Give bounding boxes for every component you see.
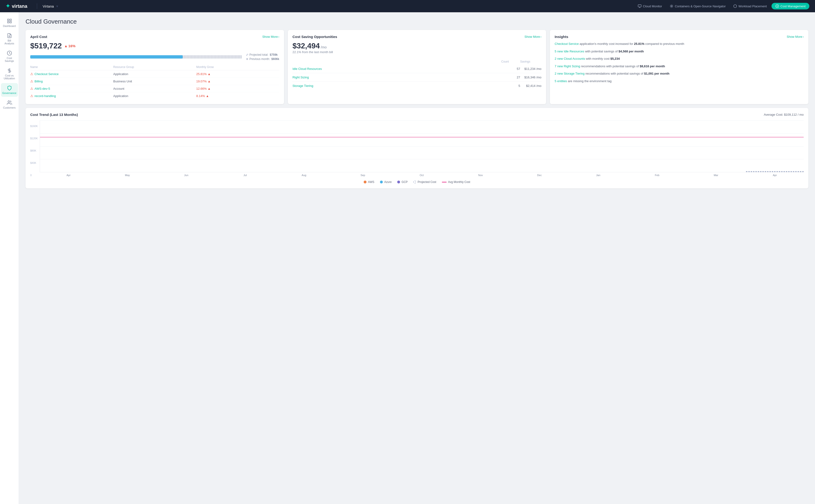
- sidebar-item-cost-savings[interactable]: Cost Savings: [1, 48, 18, 65]
- saving-table-row: Right Sizing 27 $16,346 /mo: [293, 73, 541, 82]
- saving-row-savings: $11,234 /mo: [520, 67, 541, 71]
- cost-row-growth: 25.81% ▲: [196, 72, 279, 76]
- insight-link[interactable]: 2 new Cloud Accounts: [554, 57, 585, 60]
- monitor-icon: [638, 4, 642, 8]
- cards-row: April Cost Show More › $519,722 ▲ 16%: [25, 30, 808, 104]
- insight-link[interactable]: 2 new Storage Tiering: [554, 72, 584, 75]
- sidebar-item-governance[interactable]: Governance: [1, 83, 18, 97]
- growth-arrow: ▲: [208, 87, 211, 90]
- cost-rows: ⚠ Checkout Service Application 25.81% ▲ …: [30, 70, 279, 99]
- chart-inner: AprMayJunJulAugSepOctNovDecJanFebMarApr: [40, 120, 804, 177]
- insight-item: 5 new Idle Resources with potential savi…: [554, 49, 804, 54]
- legend-avg: Avg Monthly Cost: [442, 180, 470, 184]
- dashboard-icon: [7, 18, 12, 24]
- azure-dot: [380, 181, 383, 183]
- insight-text2: compared to previous month: [645, 42, 684, 46]
- growth-arrow: ▲: [208, 72, 211, 76]
- insight-strong: $4,568 per month: [619, 50, 644, 53]
- x-label: Feb: [628, 174, 686, 177]
- savings-icon: [7, 51, 12, 56]
- saving-amount-row: $32,494/mo: [293, 42, 541, 50]
- nav-containers[interactable]: Containers & Open-Source Navigator: [667, 3, 729, 9]
- projected-bar-wrapper: [746, 171, 804, 172]
- insight-link[interactable]: 5 new Idle Resources: [554, 50, 584, 53]
- svg-rect-10: [7, 21, 9, 23]
- chart-bars: [40, 120, 804, 172]
- saving-table-row: Idle Cloud Resources 57 $11,234 /mo: [293, 65, 541, 73]
- bars-container: [40, 120, 804, 172]
- insight-text: are missing the environment tag: [567, 79, 612, 83]
- insight-item: 2 new Storage Tiering recommendations wi…: [554, 71, 804, 76]
- nav-cloud-monitor[interactable]: Cloud Monitor: [635, 3, 665, 9]
- saving-row-name[interactable]: Storage Tiering: [293, 84, 501, 88]
- x-label: May: [98, 174, 156, 177]
- brand-chevron[interactable]: ▾: [56, 4, 58, 8]
- april-cost-show-more[interactable]: Show More ›: [262, 35, 279, 38]
- insight-strong: $8,616 per month: [640, 64, 665, 68]
- cost-saving-show-more[interactable]: Show More ›: [524, 35, 541, 38]
- saving-table-row: Storage Tiering 5 $2,414 /mo: [293, 82, 541, 90]
- x-label: Nov: [452, 174, 509, 177]
- insight-strong: 25.81%: [634, 42, 645, 46]
- sidebar-item-dashboard[interactable]: Dashboard: [1, 16, 18, 30]
- progress-bar-fill: [30, 55, 183, 59]
- svg-point-15: [8, 101, 9, 102]
- nav-brand[interactable]: Virtana: [43, 4, 54, 8]
- saving-row-name[interactable]: Right Sizing: [293, 76, 501, 79]
- insight-link[interactable]: 7 new Right Sizing: [554, 64, 580, 68]
- x-label: Jun: [157, 174, 215, 177]
- cost-row-group: Application: [113, 94, 196, 98]
- top-nav: ✦ virtana Virtana ▾ Cloud Monitor Contai…: [0, 0, 815, 12]
- utilization-icon: [7, 68, 12, 73]
- nav-cost-management[interactable]: Cost Management: [772, 3, 809, 9]
- insights-show-more[interactable]: Show More ›: [787, 35, 804, 38]
- chart-container: $160K $120K $80K $40K 0: [30, 120, 804, 184]
- saving-row-count: 57: [501, 67, 520, 71]
- cost-row-group: Account: [113, 87, 196, 90]
- april-cost-amount: $519,722 ▲ 16%: [30, 42, 279, 50]
- cost-change: ▲ 16%: [64, 44, 75, 48]
- legend-aws: AWS: [364, 180, 374, 184]
- insight-item: 2 new Cloud Accounts with monthly cost $…: [554, 56, 804, 61]
- page-title: Cloud Governance: [25, 18, 808, 25]
- nav-divider: [37, 3, 37, 9]
- cost-row-growth: 8.14% ▲: [196, 94, 279, 98]
- cost-row-name[interactable]: ⚠ AWS-dev-5: [30, 87, 113, 90]
- show-more-chevron: ›: [278, 35, 279, 38]
- insights-title: Insights: [554, 35, 568, 39]
- saving-row-name[interactable]: Idle Cloud Resources: [293, 67, 501, 71]
- x-label: Sep: [334, 174, 392, 177]
- aws-dot: [364, 181, 367, 183]
- nav-workload-placement[interactable]: Workload Placement: [730, 3, 770, 9]
- cost-table-row: ⚠ record-handling Application 8.14% ▲: [30, 92, 279, 99]
- sidebar: Dashboard Bill Analysis Cost Savings Cos…: [0, 12, 19, 504]
- legend-projected: Projected Cost: [413, 180, 436, 184]
- saving-row-savings: $2,414 /mo: [520, 84, 541, 88]
- svg-rect-7: [7, 19, 9, 21]
- insight-link[interactable]: Checkout Service: [554, 42, 579, 46]
- chart-legend: AWS Azure GCP Projected Cost: [30, 180, 804, 184]
- projected-label: Projected total: $759k: [246, 53, 279, 56]
- sidebar-item-bill-analysis[interactable]: Bill Analysis: [1, 31, 18, 47]
- cost-row-name[interactable]: ⚠ record-handling: [30, 94, 113, 98]
- trend-header: Cost Trend (Last 13 Months) Average Cost…: [30, 113, 804, 117]
- cost-row-name[interactable]: ⚠ Billing: [30, 79, 113, 83]
- cost-table-row: ⚠ Checkout Service Application 25.81% ▲: [30, 70, 279, 78]
- trend-avg: Average Cost: $109,112 / mo: [764, 113, 804, 116]
- saving-chevron: ›: [540, 35, 541, 38]
- cost-icon: [775, 4, 779, 8]
- bill-icon: [7, 33, 12, 38]
- cost-row-name[interactable]: ⚠ Checkout Service: [30, 72, 113, 76]
- cost-trend-card: Cost Trend (Last 13 Months) Average Cost…: [25, 108, 808, 188]
- layout: Dashboard Bill Analysis Cost Savings Cos…: [0, 12, 815, 504]
- growth-arrow: ▲: [206, 94, 209, 98]
- sidebar-item-customers[interactable]: Customers: [1, 98, 18, 111]
- sidebar-item-cost-utilization[interactable]: Cost vs Utilization: [1, 66, 18, 82]
- saving-row-count: 5: [501, 84, 520, 88]
- insight-link[interactable]: 5 entities: [554, 79, 567, 83]
- svg-point-3: [671, 6, 672, 7]
- bar-group-projected[interactable]: [746, 171, 804, 172]
- projected-dot-legend: [413, 181, 416, 183]
- insight-strong: $1,091 per month: [644, 72, 670, 75]
- warn-icon: ⚠: [30, 72, 33, 76]
